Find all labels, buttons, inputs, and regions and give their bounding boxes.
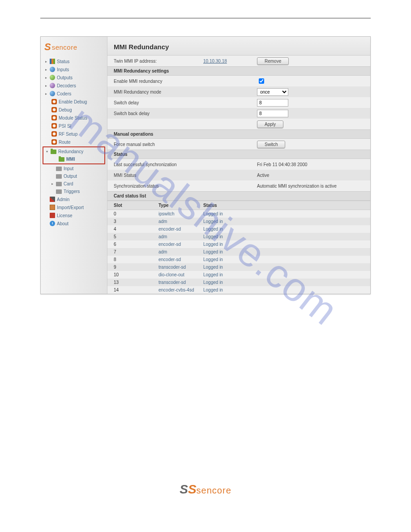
- cell-slot: 9: [114, 265, 158, 270]
- cell-type: adm: [158, 219, 203, 224]
- folder-icon: [51, 150, 56, 154]
- cell-slot: 14: [114, 287, 158, 292]
- redundancy-mode-select[interactable]: once: [257, 88, 288, 96]
- cell-slot: 13: [114, 280, 158, 285]
- tools-icon: [50, 197, 55, 202]
- cell-status: Logged in: [203, 287, 223, 292]
- sidebar-highlight-redundancy: ▾Redundancy MMI: [43, 146, 105, 164]
- cell-slot: 7: [114, 249, 158, 254]
- sidebar-item-enable-debug[interactable]: Enable Debug: [41, 98, 107, 106]
- cell-status: Logged in: [203, 257, 223, 262]
- cell-status: Logged in: [203, 234, 223, 239]
- sidebar-item-card[interactable]: ▸Card: [41, 180, 107, 188]
- force-switch-label: Force manual switch: [114, 142, 203, 147]
- page-title: MMI Redundancy: [107, 37, 370, 56]
- cell-type: adm: [158, 249, 203, 254]
- table-row: 13transcoder-sdLogged in: [107, 279, 370, 286]
- enable-redundancy-checkbox[interactable]: [259, 78, 264, 84]
- enable-redundancy-label: Enable MMI redundancy: [114, 79, 203, 84]
- twin-ip-label: Twin MMI IP address:: [114, 59, 203, 64]
- section-status: Status: [107, 150, 370, 159]
- sidebar-item-mmi[interactable]: MMI: [43, 155, 104, 163]
- folder-grey-icon: [56, 174, 62, 179]
- section-settings: MMI Redundancy settings: [107, 66, 370, 76]
- ball-green-icon: [50, 75, 55, 80]
- box-icon: [50, 205, 55, 210]
- cell-slot: 0: [114, 211, 158, 216]
- cell-status: Logged in: [203, 227, 223, 232]
- table-row: 3admLogged in: [107, 218, 370, 225]
- mmi-status-value: Active: [257, 173, 269, 178]
- cell-status: Logged in: [203, 265, 223, 270]
- cell-type: dio-clone-out: [158, 272, 203, 277]
- switch-delay-input[interactable]: [257, 99, 288, 107]
- sidebar-item-inputs[interactable]: ▸Inputs: [41, 65, 107, 73]
- cell-type: encoder-sd: [158, 257, 203, 262]
- folder-grey-icon: [56, 189, 62, 194]
- sidebar-item-debug[interactable]: Debug: [41, 106, 107, 114]
- bar-chart-icon: [50, 59, 55, 64]
- sync-status-label: Synchronization status: [114, 184, 203, 189]
- ball-blue-icon: [50, 91, 55, 96]
- sidebar-item-route[interactable]: Route: [41, 138, 107, 146]
- cell-status: Logged in: [203, 211, 223, 216]
- sidebar-item-about[interactable]: iAbout: [41, 219, 107, 227]
- sidebar-item-rf-setup[interactable]: RF Setup: [41, 130, 107, 138]
- twin-ip-value[interactable]: 10.10.30.18: [203, 59, 257, 64]
- switch-back-delay-input[interactable]: [257, 110, 288, 117]
- info-icon: i: [50, 221, 55, 226]
- table-row: 14encoder-cvbs-4sdLogged in: [107, 286, 370, 294]
- cell-type: encoder-cvbs-4sd: [158, 287, 203, 292]
- cell-type: ipswitch: [158, 211, 203, 216]
- sidebar-item-output[interactable]: Output: [41, 172, 107, 180]
- sidebar-item-module-status[interactable]: Module Status: [41, 114, 107, 122]
- remove-button[interactable]: Remove: [257, 57, 289, 65]
- cog-icon: [51, 131, 57, 137]
- table-row: 4encoder-sdLogged in: [107, 225, 370, 233]
- folder-grey-icon: [56, 167, 62, 171]
- cell-slot: 3: [114, 219, 158, 224]
- switch-delay-label: Switch delay: [114, 100, 203, 105]
- brand-name: sencore: [52, 43, 77, 51]
- sidebar-item-decoders[interactable]: ▸Decoders: [41, 82, 107, 90]
- sidebar-item-import-export[interactable]: Import/Export: [41, 203, 107, 211]
- folder-grey-icon: [56, 182, 62, 186]
- table-row: 9transcoder-sdLogged in: [107, 263, 370, 271]
- sidebar-item-redundancy[interactable]: ▾Redundancy: [43, 148, 104, 155]
- sync-status-value: Automatic MMI synchronization is active: [257, 184, 337, 189]
- sidebar-item-license[interactable]: License: [41, 211, 107, 219]
- section-manual: Manual operations: [107, 129, 370, 139]
- switch-button[interactable]: Switch: [257, 141, 285, 148]
- apply-button[interactable]: Apply: [257, 120, 283, 128]
- ball-purple-icon: [50, 83, 55, 88]
- mmi-status-label: MMI Status: [114, 173, 203, 178]
- cell-status: Logged in: [203, 242, 223, 247]
- section-card-list: Card status list: [107, 191, 370, 201]
- cell-slot: 6: [114, 242, 158, 247]
- cell-slot: 10: [114, 272, 158, 277]
- table-row: 0ipswitchLogged in: [107, 210, 370, 218]
- col-status: Status: [203, 203, 217, 208]
- sidebar-item-coders[interactable]: ▸Coders: [41, 90, 107, 98]
- sidebar-item-input[interactable]: Input: [41, 165, 107, 172]
- table-row: 6encoder-sdLogged in: [107, 240, 370, 248]
- sidebar-item-triggers[interactable]: Triggers: [41, 188, 107, 195]
- switch-back-delay-label: Switch back delay: [114, 111, 203, 116]
- cell-slot: 5: [114, 234, 158, 239]
- sidebar-item-outputs[interactable]: ▸Outputs: [41, 73, 107, 82]
- main-panel: MMI Redundancy Twin MMI IP address: 10.1…: [107, 37, 370, 294]
- cog-icon: [51, 123, 57, 129]
- cell-status: Logged in: [203, 280, 223, 285]
- table-row: 5admLogged in: [107, 233, 370, 240]
- sidebar-item-status[interactable]: ▸Status: [41, 57, 107, 65]
- cell-status: Logged in: [203, 272, 223, 277]
- sidebar-item-admin[interactable]: Admin: [41, 195, 107, 203]
- cell-type: encoder-sd: [158, 227, 203, 232]
- ball-blue-icon: [50, 67, 55, 72]
- col-type: Type: [158, 203, 203, 208]
- sidebar-item-psi-si[interactable]: PSI SI: [41, 122, 107, 130]
- cell-slot: 8: [114, 257, 158, 262]
- col-slot: Slot: [114, 203, 158, 208]
- last-sync-label: Last successful synchronization: [114, 162, 203, 167]
- cog-icon: [51, 139, 57, 145]
